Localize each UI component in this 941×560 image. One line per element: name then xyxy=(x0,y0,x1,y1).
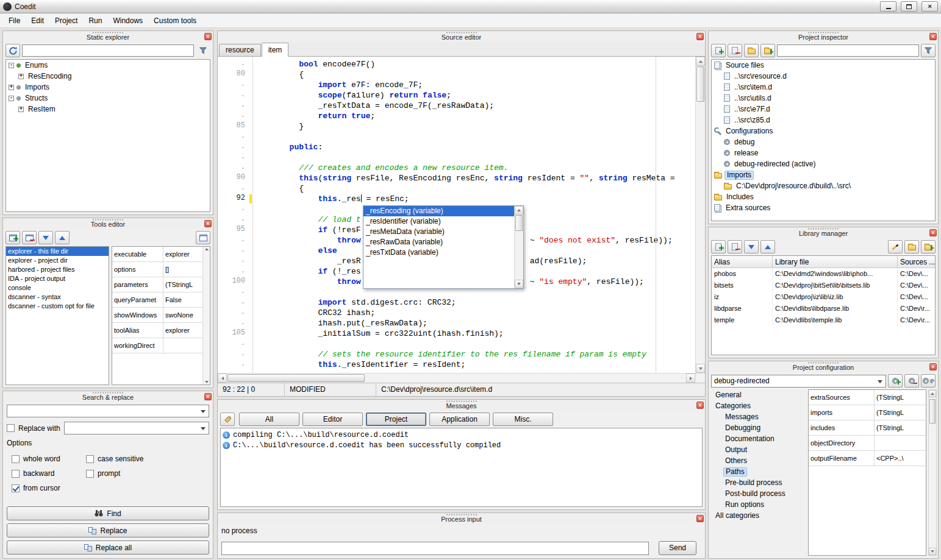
filter-button-misc[interactable]: Misc. xyxy=(493,413,553,426)
menu-item-project[interactable]: Project xyxy=(50,15,82,27)
tree-item[interactable]: +ResEncoding xyxy=(6,71,210,82)
property-value[interactable]: (TStringL xyxy=(875,405,926,420)
refresh-button[interactable] xyxy=(5,44,20,57)
library-row[interactable]: bitsetsC:\Dev\dproj\bitSet\lib\bitsets.l… xyxy=(712,280,935,291)
panel-grip[interactable] xyxy=(92,392,124,394)
editor-vscrollbar[interactable] xyxy=(695,57,705,373)
tab-item[interactable]: item xyxy=(262,43,289,57)
process-input-field[interactable] xyxy=(221,542,649,555)
property-value[interactable]: [] xyxy=(163,262,202,277)
maximize-button[interactable] xyxy=(901,1,917,12)
scroll-up-button[interactable] xyxy=(515,206,523,214)
collapse-icon[interactable]: - xyxy=(9,96,14,101)
editor-gutter[interactable]: .80....85....90.92..95....100....105... xyxy=(218,57,253,373)
tree-item[interactable]: C:\Dev\dproj\resource.d\build\..\src\ xyxy=(712,180,935,191)
open-library-button[interactable] xyxy=(904,240,919,253)
scroll-down-button[interactable] xyxy=(696,364,705,373)
column-header[interactable]: Sources ... xyxy=(898,256,935,268)
remove-source-button[interactable] xyxy=(728,44,742,57)
tree-item[interactable]: ..\src\item.d xyxy=(712,82,935,93)
tree-item[interactable]: ..\src\z85.d xyxy=(712,115,935,126)
close-panel-icon[interactable]: × xyxy=(204,220,212,227)
scroll-up-button[interactable] xyxy=(929,390,936,397)
add-library-button[interactable] xyxy=(711,240,726,253)
library-row[interactable]: templeC:\Dev\dlibs\temple.libC:\Dev\r... xyxy=(712,314,935,326)
property-value[interactable] xyxy=(163,338,202,353)
tree-item[interactable]: -Structs xyxy=(6,93,210,104)
expand-icon[interactable]: + xyxy=(9,85,14,90)
close-panel-icon[interactable]: × xyxy=(696,515,704,522)
grid-scrollbar[interactable] xyxy=(202,247,210,385)
clone-configuration-button[interactable] xyxy=(921,374,936,388)
close-panel-icon[interactable]: × xyxy=(204,33,212,40)
collapse-icon[interactable]: - xyxy=(9,63,14,68)
completion-item[interactable]: _resRawData (variable) xyxy=(363,237,514,247)
replace-with-checkbox[interactable] xyxy=(7,424,15,432)
tree-item[interactable]: debug-redirected (active) xyxy=(712,158,935,169)
find-button[interactable]: Find xyxy=(7,506,209,520)
panel-grip[interactable] xyxy=(446,400,478,402)
filter-button-application[interactable]: Application xyxy=(429,413,490,426)
expand-icon[interactable]: + xyxy=(18,107,24,112)
close-panel-icon[interactable]: × xyxy=(204,393,212,400)
tree-item[interactable]: Documentation xyxy=(711,433,806,444)
add-library-folder-button[interactable] xyxy=(921,240,936,253)
tree-item[interactable]: ..\src\resource.d xyxy=(712,71,935,82)
configuration-combobox[interactable]: debug-redirected xyxy=(711,375,886,388)
property-value[interactable]: (TStringL xyxy=(875,420,926,435)
filter-button-all[interactable]: All xyxy=(239,413,299,426)
add-configuration-button[interactable] xyxy=(888,374,903,388)
panel-grip[interactable] xyxy=(807,362,839,364)
scrollbar-thumb[interactable] xyxy=(515,215,523,231)
property-value[interactable]: swoNone xyxy=(163,308,202,322)
filter-button-project[interactable]: Project xyxy=(366,413,426,426)
filter-button[interactable] xyxy=(196,44,210,57)
replace-combobox[interactable] xyxy=(64,422,209,434)
completion-item[interactable]: _resTxtData (variable) xyxy=(363,247,514,258)
checkbox[interactable] xyxy=(12,455,20,463)
tab-resource[interactable]: resource xyxy=(219,44,261,56)
editor-hscrollbar[interactable] xyxy=(218,373,705,383)
library-row[interactable]: izC:\Dev\dproj\iz\lib\iz.libC:\Dev\... xyxy=(712,291,935,303)
tool-item[interactable]: explorer - this file dir xyxy=(6,247,109,256)
menu-item-custom-tools[interactable]: Custom tools xyxy=(149,15,201,27)
close-panel-icon[interactable]: × xyxy=(696,33,704,40)
checkbox[interactable] xyxy=(86,455,94,463)
property-value[interactable]: explorer xyxy=(163,247,202,261)
menu-item-edit[interactable]: Edit xyxy=(26,15,49,27)
scrollbar-thumb[interactable] xyxy=(696,66,704,102)
menu-item-windows[interactable]: Windows xyxy=(108,15,148,27)
tree-item[interactable]: ..\src\utils.d xyxy=(712,93,935,104)
move-library-down-button[interactable] xyxy=(744,240,759,253)
replace-button[interactable]: Replace xyxy=(7,523,209,537)
add-tool-button[interactable] xyxy=(5,231,20,244)
tool-item[interactable]: IDA - project output xyxy=(6,274,109,283)
tool-item[interactable]: console xyxy=(6,283,109,292)
checkbox[interactable] xyxy=(86,470,94,478)
symbol-search-input[interactable] xyxy=(22,44,194,57)
search-combobox[interactable] xyxy=(7,405,209,417)
move-tool-up-button[interactable] xyxy=(55,231,70,244)
tree-item[interactable]: Categories xyxy=(711,400,806,411)
property-value[interactable]: (TStringL xyxy=(875,390,926,405)
close-panel-icon[interactable]: × xyxy=(929,229,937,236)
tree-item[interactable]: -Enums xyxy=(6,60,210,71)
menu-item-run[interactable]: Run xyxy=(84,15,107,27)
scrollbar-thumb[interactable] xyxy=(227,374,365,382)
checkbox[interactable] xyxy=(12,484,20,492)
scrollbar-thumb[interactable] xyxy=(929,399,936,424)
column-header[interactable]: Alias xyxy=(712,256,773,268)
replace-all-button[interactable]: Replace all xyxy=(7,541,209,555)
tree-item[interactable]: Messages xyxy=(711,411,806,422)
panel-grip[interactable] xyxy=(446,514,478,516)
property-value[interactable]: False xyxy=(163,292,202,307)
panel-grip[interactable] xyxy=(807,228,839,230)
property-value[interactable]: (TStringL xyxy=(163,277,202,292)
remove-library-button[interactable] xyxy=(728,240,742,253)
close-panel-icon[interactable]: × xyxy=(929,33,937,40)
tree-item[interactable]: Extra sources xyxy=(712,202,935,213)
tree-item[interactable]: Others xyxy=(711,455,806,466)
completion-item[interactable]: _resEncoding (variable) xyxy=(363,206,514,216)
move-tool-down-button[interactable] xyxy=(38,231,53,244)
tree-item[interactable]: Output xyxy=(711,444,806,455)
